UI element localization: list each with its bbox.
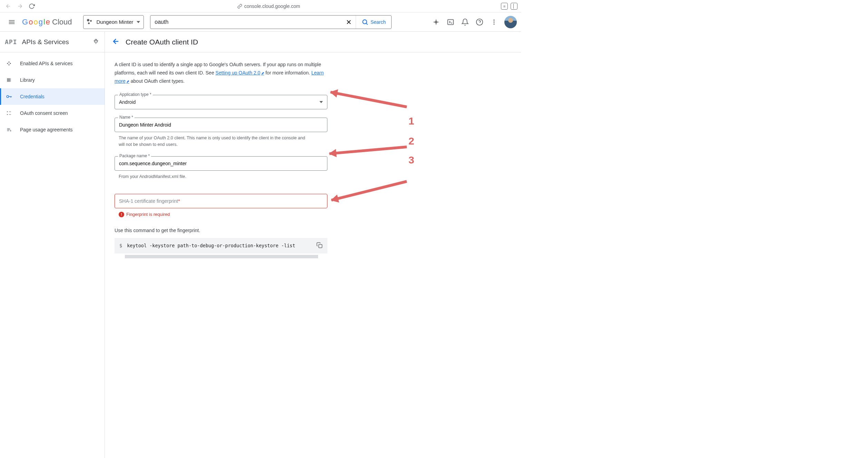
refresh-icon[interactable] [27, 1, 37, 11]
external-link-icon: ⬈ [261, 71, 264, 75]
chevron-down-icon [319, 101, 323, 103]
sha-error: ! Fingerprint is required [119, 212, 327, 217]
url-text[interactable]: console.cloud.google.com [244, 3, 300, 9]
sidebar-item-label: Credentials [20, 94, 45, 99]
name-field-box [115, 118, 327, 132]
name-input[interactable] [119, 122, 323, 128]
search-button[interactable]: Search [356, 16, 391, 29]
svg-point-3 [493, 19, 494, 20]
annotation-1: 1 [408, 115, 414, 127]
annotation-3: 3 [408, 154, 414, 166]
command-label: Use this command to get the fingerprint. [115, 228, 433, 233]
select-value: Android [119, 99, 136, 105]
key-icon [6, 93, 12, 100]
command-text: keytool -keystore path-to-debug-or-produ… [127, 243, 295, 248]
forward-icon[interactable] [15, 1, 25, 11]
sidebar-item-enabled-apis[interactable]: Enabled APIs & services [0, 55, 105, 72]
back-icon[interactable] [3, 1, 13, 11]
svg-point-5 [493, 23, 494, 24]
avatar[interactable] [504, 16, 517, 28]
field-label: Application type * [118, 92, 153, 97]
sidebar-item-oauth-consent[interactable]: OAuth consent screen [0, 105, 105, 121]
sidebar: API APIs & Services Enabled APIs & servi… [0, 32, 105, 458]
diamond-icon [6, 61, 12, 66]
svg-point-11 [9, 114, 10, 115]
package-field-wrap: Package name * From your AndroidManifest… [115, 156, 327, 180]
intro-text: A client ID is used to identify a single… [115, 61, 328, 85]
main-content: Create OAuth client ID A client ID is us… [105, 32, 521, 458]
package-input[interactable] [119, 161, 323, 166]
sidebar-item-library[interactable]: Library [0, 72, 105, 88]
svg-point-10 [10, 111, 11, 112]
error-icon: ! [119, 212, 124, 217]
search-input[interactable] [150, 16, 342, 29]
sidebar-item-page-usage[interactable]: Page usage agreements [0, 121, 105, 138]
link-icon [237, 4, 242, 9]
application-type-field: Application type * Android [115, 95, 327, 109]
api-chip: API [5, 38, 17, 46]
project-name: Dungeon Minter [97, 19, 134, 25]
package-helper: From your AndroidManifest.xml file. [119, 173, 312, 180]
page-usage-icon [6, 127, 12, 132]
sidebar-item-label: OAuth consent screen [20, 110, 68, 116]
search-bar: Search [150, 15, 392, 29]
annotation-2: 2 [408, 135, 414, 147]
help-icon[interactable] [475, 18, 484, 26]
sidebar-item-label: Library [20, 77, 35, 83]
sha-field-wrap: SHA-1 certificate fingerprint * ! Finger… [115, 194, 327, 217]
command-block: $ keytool -keystore path-to-debug-or-pro… [115, 238, 327, 253]
svg-point-9 [9, 111, 10, 112]
name-helper: The name of your OAuth 2.0 client. This … [119, 135, 312, 148]
svg-point-13 [10, 130, 11, 131]
sidebar-title: APIs & Services [22, 38, 88, 46]
notifications-icon[interactable] [461, 18, 469, 26]
package-field-box [115, 156, 327, 171]
back-arrow-icon[interactable] [112, 37, 120, 47]
cloud-shell-icon[interactable] [446, 18, 455, 26]
application-type-select[interactable]: Android [115, 95, 327, 109]
sidebar-item-label: Enabled APIs & services [20, 61, 73, 66]
sidebar-item-label: Page usage agreements [20, 127, 73, 132]
svg-point-12 [10, 114, 11, 115]
search-icon [362, 19, 368, 26]
project-icon [87, 19, 93, 25]
field-label: Package name * [118, 153, 151, 158]
sidebar-item-credentials[interactable]: Credentials [0, 88, 105, 105]
svg-point-8 [7, 114, 8, 115]
svg-point-6 [7, 96, 9, 98]
svg-point-0 [363, 20, 367, 24]
more-icon[interactable] [490, 18, 498, 26]
library-icon [6, 77, 12, 83]
scrollbar-hint[interactable] [125, 255, 318, 258]
svg-point-7 [7, 111, 8, 112]
name-field-wrap: Name * The name of your OAuth 2.0 client… [115, 118, 327, 148]
svg-rect-14 [319, 244, 322, 248]
google-cloud-logo[interactable]: Google Cloud [22, 18, 72, 27]
sha-input[interactable]: SHA-1 certificate fingerprint * [115, 194, 327, 208]
project-picker[interactable]: Dungeon Minter [83, 15, 144, 29]
browser-action-1[interactable]: ≡ [501, 3, 508, 10]
browser-toolbar: console.cloud.google.com ≡ [0, 0, 521, 12]
browser-action-2[interactable] [511, 3, 517, 10]
copy-icon[interactable] [316, 242, 323, 249]
consent-icon [6, 110, 12, 116]
pin-icon[interactable] [93, 38, 99, 46]
prompt-symbol: $ [119, 243, 122, 248]
hamburger-icon[interactable] [4, 14, 19, 30]
setup-oauth-link[interactable]: Setting up OAuth 2.0⬈ [216, 70, 264, 76]
chevron-down-icon [137, 21, 140, 23]
field-label: Name * [118, 115, 135, 120]
gemini-icon[interactable] [432, 18, 440, 26]
external-link-icon: ⬈ [126, 79, 129, 83]
app-header: Google Cloud Dungeon Minter Search [0, 12, 521, 32]
svg-point-4 [493, 21, 494, 22]
page-title: Create OAuth client ID [126, 38, 198, 46]
clear-search-icon[interactable] [342, 16, 356, 29]
